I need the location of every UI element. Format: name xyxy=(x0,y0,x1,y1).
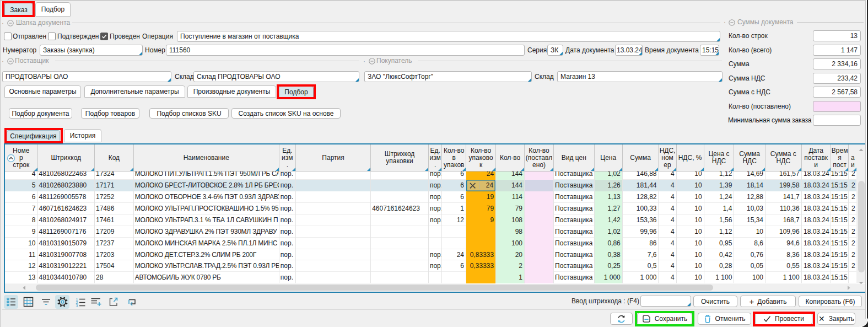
svg-text:3: 3 xyxy=(76,304,78,307)
